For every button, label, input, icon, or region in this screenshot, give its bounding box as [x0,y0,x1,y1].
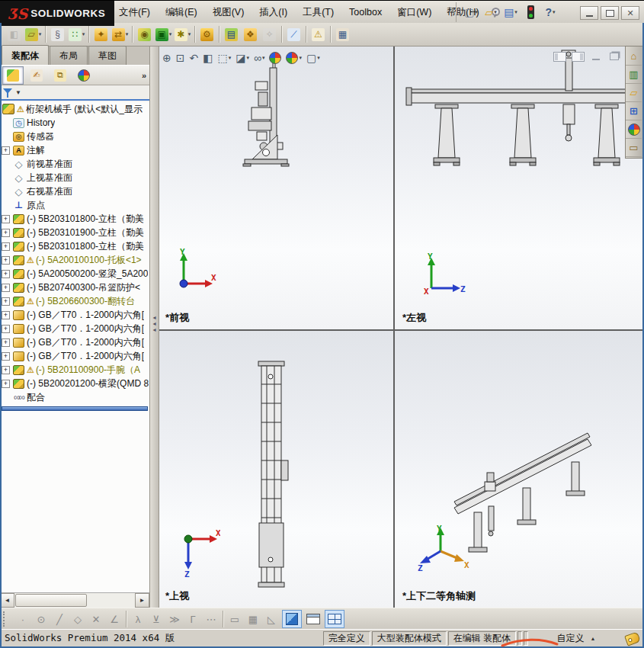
expand-plus-icon[interactable]: + [2,311,10,319]
dropdown-arrow-icon[interactable]: ▾ [229,55,232,61]
dropdown-arrow-icon[interactable]: ▾ [475,9,478,15]
tab-assembly[interactable]: 装配体 [2,45,49,65]
scrollbar-thumb[interactable] [15,594,87,607]
expand-plus-icon[interactable]: + [2,352,10,361]
tree-item-basket-guard[interactable]: +(-) 5B207400300-吊篮防护< [0,281,149,294]
tree-item-mates[interactable]: ∞∞配合 [0,390,149,404]
file-explorer-button[interactable]: ▱ [626,84,642,102]
dropdown-arrow-icon[interactable]: ▾ [317,55,320,61]
snap-parallel-tool[interactable]: ≫ [165,611,184,627]
display-style-button[interactable]: ◪▾ [234,50,251,66]
new-document-button[interactable]: ▢▾ [463,4,479,21]
scroll-right-button[interactable]: ► [135,593,149,608]
menu-file[interactable]: 文件(F) [111,2,158,23]
menu-toolbox[interactable]: Toolbox [341,3,389,21]
appearances-scenes-button[interactable] [626,120,642,139]
tree-root-assembly[interactable]: ⚠桁架机械手 (默认<默认_显示 [0,102,149,116]
tree-item-origin[interactable]: ⊥原点 [0,198,149,212]
dropdown-arrow-icon[interactable]: ▾ [188,31,191,37]
filter-dropdown-arrow[interactable]: ▼ [15,89,21,96]
angle-snap-tool[interactable]: ◺ [262,611,280,627]
tree-item-sensors[interactable]: ◎传感器 [0,130,149,143]
view-settings-button[interactable]: ▢▾ [305,50,322,66]
explode-line-sketch-button[interactable]: ✧ [260,25,279,44]
view-palette-button[interactable]: ⊞ [626,102,642,120]
dropdown-arrow-icon[interactable]: ▾ [494,9,497,15]
tree-item-vertical-beam[interactable]: +(-) 5A200500200-竖梁_5A200 [0,267,149,281]
viewport-top[interactable]: X Z *上视 [158,331,393,608]
menu-view[interactable]: 视图(V) [205,2,252,23]
exploded-view-button[interactable]: ❖ [241,25,260,44]
grid-snap-tool[interactable]: ▦ [244,611,262,627]
restore-button[interactable] [601,6,619,20]
status-customize[interactable]: 自定义▲ [530,632,623,645]
dropdown-arrow-icon[interactable]: ▾ [514,9,517,15]
shaded-view-button[interactable] [282,610,302,628]
sketch-polygon-tool[interactable]: ◇ [69,611,87,627]
sketch-line-tool[interactable]: ╱ [50,611,69,627]
expand-plus-icon[interactable]: + [2,284,10,292]
zoom-area-button[interactable]: ⊡ [175,50,187,66]
tree-item-cross-beam[interactable]: +(-) 5B200201200-横梁(QMD 8 [0,377,149,390]
previous-view-button[interactable]: ↶ [187,50,200,66]
snap-points-tool[interactable]: ⋯ [202,611,220,627]
menu-tools[interactable]: 工具(T) [295,2,341,23]
zoom-fit-button[interactable]: ⊕ [161,50,173,66]
appearance-image-button[interactable]: ▦ [333,25,352,44]
viewport-front[interactable]: Y X *前视 [158,47,393,329]
dropdown-arrow-icon[interactable]: ▾ [82,31,85,37]
viewport-left[interactable]: Y Z X *左视 [395,47,644,329]
hide-show-items-button[interactable]: ∞▾ [252,50,267,66]
expand-plus-icon[interactable]: + [2,270,10,278]
viewport-divider-horizontal[interactable] [158,329,644,331]
expand-plus-icon[interactable]: + [2,146,10,155]
tree-item-history[interactable]: ◷History [0,116,149,130]
view-orientation-button[interactable]: ⬚▾ [216,50,232,66]
four-view-button[interactable] [325,610,344,628]
propertymanager-tab[interactable]: ✍ [26,66,47,85]
tree-item-column-3[interactable]: +(-) 5B203101800-立柱（勤美 [0,239,149,253]
single-view-button[interactable] [303,610,323,628]
menu-window[interactable]: 窗口(W) [389,2,439,23]
doc-minimize-button[interactable] [589,51,603,62]
scroll-left-button[interactable]: ◄ [0,593,14,608]
collapse-left-pane-button[interactable] [553,51,566,62]
tree-item-turn-table[interactable]: +⚠(-) 5B206600300-翻转台 [0,294,149,308]
custom-properties-button[interactable]: ▭ [626,139,642,157]
design-library-button[interactable]: ▥ [626,66,642,84]
displaymanager-tab[interactable] [73,66,95,85]
reference-geometry-button[interactable]: ✱▾ [173,25,192,44]
configurationmanager-tab[interactable]: ⧉ [50,66,71,85]
tree-item-front-plane[interactable]: ◇前视基准面 [0,157,149,171]
expand-plus-icon[interactable]: + [2,325,10,333]
section-view-button[interactable]: ◧ [201,50,214,66]
edit-appearance-button[interactable] [268,50,283,66]
expand-plus-icon[interactable]: + [2,366,10,374]
tab-sketch[interactable]: 草图 [88,46,127,65]
snap-hv-tool[interactable]: Γ [184,611,202,627]
apply-scene-button[interactable]: ▾ [284,50,303,66]
expand-plus-icon[interactable]: + [2,242,10,251]
tag-icon[interactable] [624,631,641,646]
save-button[interactable]: ▤▾ [502,4,519,21]
expand-plus-icon[interactable]: + [2,229,10,237]
bom-window-button[interactable]: ▤ [222,25,241,44]
rollback-bar[interactable] [2,406,148,411]
interference-detection-button[interactable]: ⚠ [309,25,328,44]
open-document-button[interactable]: ▱▾ [482,4,499,21]
fm-more-chevron[interactable]: » [142,71,146,80]
dropdown-arrow-icon[interactable]: ▾ [39,31,42,37]
snap-perpendicular-tool[interactable]: ⊻ [147,611,165,627]
tab-layout[interactable]: 布局 [50,46,88,65]
assembly-features-button[interactable]: ▣▾ [154,25,173,44]
move-component-button[interactable]: ⇄▾ [111,25,130,44]
open-part-button[interactable]: ▱▾ [24,25,43,44]
sketch-point-tool[interactable]: · [14,611,32,627]
tree-item-screw-2[interactable]: +(-) GB／T70．1-2000内六角[ [0,322,149,335]
sketch-angle-tool[interactable]: ∠ [105,611,123,627]
snap-length-tool[interactable]: ▭ [226,611,244,627]
toolbar-grip[interactable] [3,611,9,627]
linear-pattern-button[interactable]: ∷▾ [67,25,86,44]
viewport-divider-vertical[interactable] [393,47,395,608]
panel-splitter[interactable]: ◂◂◂ [149,47,159,608]
